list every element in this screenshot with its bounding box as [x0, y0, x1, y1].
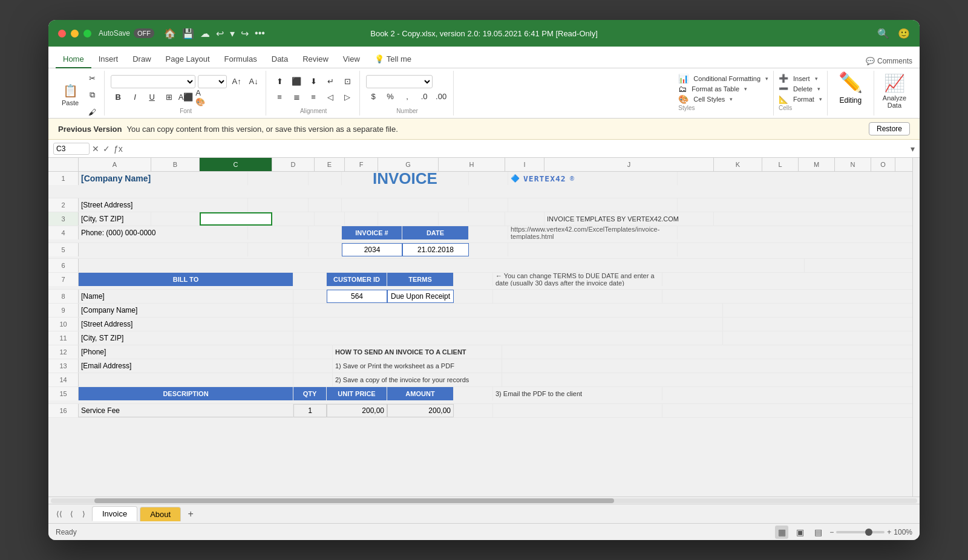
maximize-button[interactable]: [83, 30, 91, 37]
tab-home[interactable]: Home: [56, 51, 91, 68]
tab-page-layout[interactable]: Page Layout: [159, 51, 217, 68]
cell-J3[interactable]: INVOICE TEMPLATES BY VERTEX42.COM: [544, 212, 714, 226]
cell-G7[interactable]: CUSTOMER ID: [327, 273, 387, 286]
italic-button[interactable]: I: [128, 90, 142, 105]
more-icon[interactable]: •••: [255, 28, 265, 39]
cell-F1[interactable]: [309, 172, 342, 185]
cell-A11[interactable]: [City, ST ZIP]: [79, 331, 293, 345]
insert-btn[interactable]: Insert: [791, 74, 813, 83]
cs-dropdown-arrow[interactable]: ▾: [730, 96, 733, 102]
cell-A4[interactable]: Phone: (000) 000-0000: [79, 226, 248, 239]
cell-A1[interactable]: [Company Name]: [79, 172, 248, 185]
redo-icon[interactable]: ↪: [241, 28, 249, 39]
sheet-tab-invoice[interactable]: Invoice: [92, 506, 137, 521]
col-header-G[interactable]: G: [378, 158, 439, 171]
sheet-nav-first[interactable]: ⟨⟨: [53, 508, 65, 520]
cell-I13[interactable]: [293, 359, 333, 373]
col-header-M[interactable]: M: [799, 158, 835, 171]
cell-J1[interactable]: 🔷 VERTEX42 ®: [508, 172, 678, 185]
autosave-control[interactable]: AutoSave OFF: [99, 28, 154, 38]
cell-J4[interactable]: https://www.vertex42.com/ExcelTemplates/…: [508, 226, 678, 239]
cell-J14[interactable]: 2) Save a copy of the invoice for your r…: [333, 373, 502, 386]
align-bottom-btn[interactable]: ⬇: [306, 74, 321, 89]
insert-dropdown-arrow[interactable]: ▾: [815, 76, 818, 82]
cell-styles-btn[interactable]: Cell Styles: [691, 94, 727, 104]
paste-button[interactable]: 📋 Paste: [58, 81, 82, 109]
font-increase-btn[interactable]: A↑: [229, 74, 244, 89]
col-header-K[interactable]: K: [714, 158, 762, 171]
format-dropdown-arrow[interactable]: ▾: [819, 96, 822, 102]
cloudsave-icon[interactable]: ☁: [200, 28, 210, 39]
cell-E10[interactable]: [293, 317, 723, 331]
formula-input[interactable]: [128, 143, 911, 154]
bold-button[interactable]: B: [111, 90, 125, 105]
col-header-F[interactable]: F: [345, 158, 378, 171]
zoom-plus-btn[interactable]: +: [887, 528, 891, 536]
cell-J15[interactable]: 3) Email the PDF to the client: [493, 387, 662, 400]
underline-button[interactable]: U: [145, 90, 159, 105]
cell-G2[interactable]: [342, 198, 469, 212]
cell-A5[interactable]: [79, 243, 248, 256]
cell-J8[interactable]: [493, 290, 662, 303]
tab-review[interactable]: Review: [295, 51, 336, 68]
delete-dropdown-arrow[interactable]: ▾: [817, 86, 820, 92]
col-header-H[interactable]: H: [439, 158, 505, 171]
restore-button[interactable]: Restore: [869, 122, 910, 135]
cell-A13[interactable]: [Email Address]: [79, 359, 293, 373]
currency-btn[interactable]: $: [366, 90, 381, 104]
cell-F16[interactable]: 1: [293, 404, 327, 417]
minimize-button[interactable]: [71, 30, 79, 37]
col-header-E[interactable]: E: [315, 158, 345, 171]
merge-btn[interactable]: ⊡: [340, 74, 355, 89]
cell-F5[interactable]: [309, 243, 342, 256]
cell-F2[interactable]: [309, 198, 342, 212]
cell-E2[interactable]: [248, 198, 309, 212]
col-header-O[interactable]: O: [871, 158, 895, 171]
cell-H16[interactable]: 200,00: [387, 404, 454, 417]
cell-I14[interactable]: [293, 373, 333, 386]
font-name-select[interactable]: [111, 75, 195, 88]
cell-A15[interactable]: DESCRIPTION: [79, 387, 293, 400]
cell-I15[interactable]: [454, 387, 493, 400]
align-left-btn[interactable]: ≡: [272, 90, 287, 105]
col-header-J[interactable]: J: [544, 158, 714, 171]
cell-F8[interactable]: [293, 290, 327, 303]
cell-E5[interactable]: [248, 243, 309, 256]
conditional-formatting-btn[interactable]: Conditional Formatting: [691, 74, 763, 83]
analyze-data-btn[interactable]: 📈 AnalyzeData: [879, 71, 910, 111]
cell-A14[interactable]: [79, 373, 293, 386]
align-center-btn[interactable]: ≣: [289, 90, 304, 105]
cell-I2[interactable]: [469, 198, 508, 212]
cell-I3[interactable]: [505, 212, 544, 226]
cf-dropdown-arrow[interactable]: ▾: [765, 76, 768, 82]
add-sheet-button[interactable]: +: [183, 507, 198, 521]
confirm-formula-icon[interactable]: ✓: [103, 144, 110, 154]
comma-btn[interactable]: ,: [400, 90, 414, 104]
fill-color-btn[interactable]: A⬛: [178, 90, 193, 105]
cell-G16[interactable]: 200,00: [327, 404, 387, 417]
home-icon[interactable]: 🏠: [164, 28, 176, 39]
cell-I5[interactable]: [469, 243, 508, 256]
fat-dropdown-arrow[interactable]: ▾: [744, 86, 747, 92]
cell-G1[interactable]: INVOICE: [342, 172, 469, 185]
cell-I4[interactable]: [469, 226, 508, 239]
cell-E4[interactable]: [248, 226, 309, 239]
font-decrease-btn[interactable]: A↓: [246, 74, 261, 89]
cell-H3[interactable]: [439, 212, 505, 226]
cell-H5[interactable]: 21.02.2018: [402, 243, 469, 256]
search-icon[interactable]: 🔍: [877, 28, 889, 39]
cell-J12[interactable]: HOW TO SEND AN INVOICE TO A CLIENT: [333, 345, 502, 359]
formula-expand-icon[interactable]: ▾: [911, 144, 915, 154]
cell-J16[interactable]: [493, 404, 662, 417]
tab-draw[interactable]: Draw: [125, 51, 158, 68]
save-icon[interactable]: 💾: [182, 28, 194, 39]
cell-reference-input[interactable]: [53, 143, 90, 155]
cell-E11[interactable]: [293, 331, 723, 345]
font-size-select[interactable]: [198, 75, 227, 88]
cell-A6[interactable]: [79, 259, 805, 272]
view-normal-btn[interactable]: ▦: [775, 526, 788, 539]
cell-E3[interactable]: [315, 212, 345, 226]
view-preview-btn[interactable]: ▤: [811, 526, 825, 539]
zoom-minus-btn[interactable]: −: [829, 528, 834, 536]
number-format-select[interactable]: [366, 75, 433, 88]
